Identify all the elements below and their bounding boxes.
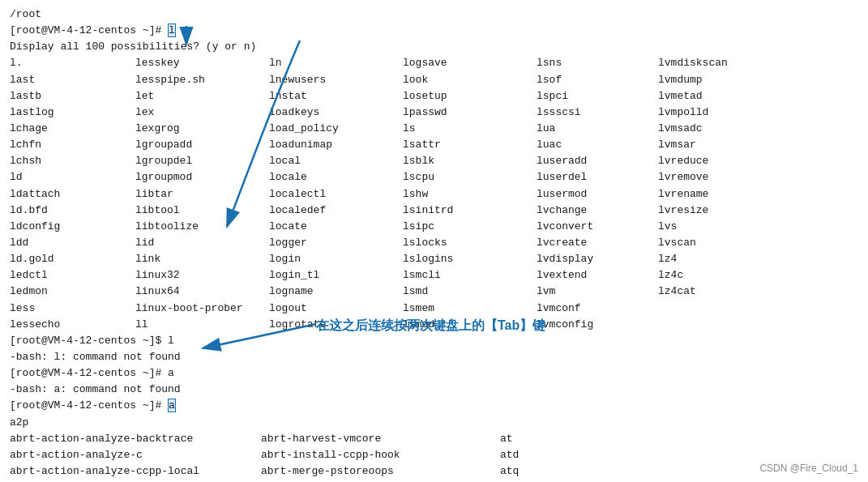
line-bash-l: -bash: l: command not found	[10, 349, 858, 365]
terminal: /root [root@VM-4-12-centos ~]# l Display…	[0, 0, 868, 482]
csdn-watermark: CSDN @Fire_Cloud_1	[759, 461, 858, 476]
line-prompt-a2: [root@VM-4-12-centos ~]# a	[10, 398, 858, 414]
cmd-l: l	[168, 23, 176, 37]
a-commands-grid: abrt-action-analyze-backtraceabrt-harves…	[10, 431, 858, 482]
line-prompt-a: [root@VM-4-12-centos ~]# a	[10, 365, 858, 382]
cmd-a: a	[168, 399, 176, 412]
line-bash-a: -bash: a: command not found	[10, 382, 858, 398]
cmd-item: l.	[10, 55, 135, 71]
line-prompt-l: [root@VM-4-12-centos ~]# l	[10, 23, 858, 39]
line-a2p: a2p	[10, 415, 858, 431]
line-display-all: Display all 100 possibilities? (y or n)	[10, 39, 858, 55]
line-root: /root	[10, 6, 858, 23]
l-commands-grid: l.lesskeylnlogsavelsnslvmdiskscan lastle…	[10, 55, 858, 332]
annotation-text: 在这之后连续按两次键盘上的【Tab】键	[316, 316, 545, 335]
prompt-text: [root@VM-4-12-centos ~]#	[10, 24, 168, 36]
